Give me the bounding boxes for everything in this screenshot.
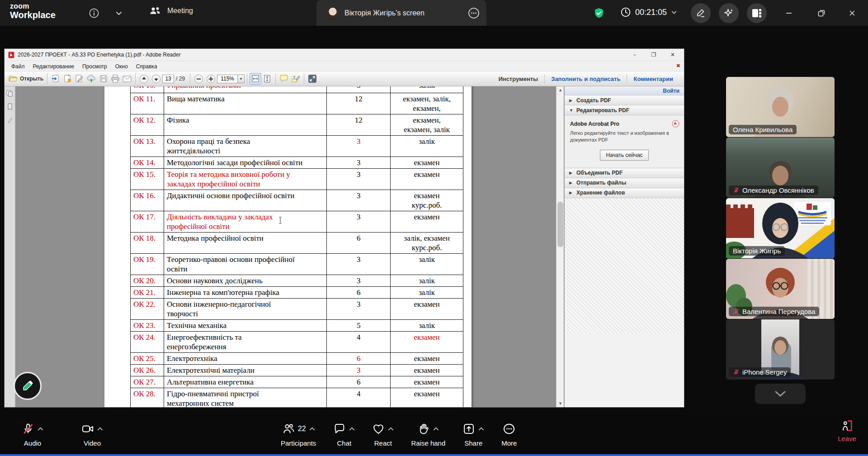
- chevron-up-icon[interactable]: [309, 427, 315, 431]
- video-tile[interactable]: Вікторія Жигірь: [726, 198, 835, 258]
- chevron-up-icon[interactable]: [433, 427, 439, 431]
- fit-page-icon[interactable]: [261, 73, 273, 85]
- email-icon[interactable]: [121, 73, 133, 85]
- more-options-icon[interactable]: [467, 7, 480, 19]
- leave-icon: [840, 419, 854, 432]
- section-combine-pdf[interactable]: ▶ Объединить PDF: [565, 168, 684, 178]
- raise-hand-button[interactable]: Raise hand: [408, 419, 448, 447]
- send-cloud-icon[interactable]: [85, 73, 98, 85]
- annotation-pencil-button[interactable]: [14, 372, 42, 400]
- leave-button[interactable]: Leave: [838, 419, 856, 442]
- table-cell-credits: 3: [327, 157, 391, 169]
- video-tile[interactable]: Олена Кривильова: [726, 77, 835, 137]
- participant-name-tag: iPhone Sergey: [729, 367, 791, 377]
- pdf-title-bar[interactable]: 2026-2027 ПРОЕКТ - А5.33 РО Enerhetyka (…: [5, 49, 684, 61]
- toolbar-pane-toggle[interactable]: Инструменты: [492, 76, 544, 82]
- chevron-down-icon[interactable]: [671, 9, 677, 15]
- adobe-reader-window: 2026-2027 ПРОЕКТ - А5.33 РО Enerhetyka (…: [5, 49, 684, 407]
- annotate-pencil-icon[interactable]: [691, 3, 711, 23]
- share-button[interactable]: Share: [460, 419, 487, 447]
- table-cell-code: ОК 18.: [131, 233, 164, 254]
- start-now-button[interactable]: Начать сейчас: [600, 150, 648, 161]
- section-send-files[interactable]: ▶ Отправить файлы: [565, 178, 684, 188]
- table-cell-exam: екзаменкурс.роб.: [391, 190, 463, 211]
- window-minimize-icon[interactable]: [781, 5, 797, 21]
- zoom-dropdown-icon[interactable]: ▼: [238, 75, 245, 83]
- highlight-text-icon[interactable]: T: [290, 73, 302, 85]
- print-icon[interactable]: [109, 73, 121, 85]
- page-number-input[interactable]: [162, 75, 174, 83]
- toolbar-close-icon[interactable]: ✖: [676, 63, 680, 69]
- view-layout-icon[interactable]: [747, 3, 767, 23]
- chevron-down-icon[interactable]: [112, 6, 126, 20]
- video-tile[interactable]: Валентина Перегудова: [726, 259, 835, 319]
- bookmarks-icon[interactable]: [7, 103, 13, 110]
- meeting-info-icon[interactable]: [87, 6, 101, 20]
- chevron-up-icon[interactable]: [478, 427, 484, 431]
- menu-item[interactable]: Редактирование: [29, 62, 78, 71]
- pdf-menu-items: ФайлРедактированиеПросмотрОкноСправка: [7, 62, 161, 70]
- pdf-menu-bar: ФайлРедактированиеПросмотрОкноСправка ✖: [5, 61, 684, 71]
- video-tile[interactable]: Олександр Овсянніков: [726, 138, 835, 198]
- toolbar-pane-toggle[interactable]: Комментарии: [627, 76, 679, 82]
- create-pdf-icon[interactable]: [61, 73, 73, 85]
- toolbar-pane-toggle[interactable]: Заполнить и подписать: [545, 76, 627, 82]
- attachments-icon[interactable]: [7, 117, 13, 124]
- pdf-restore-icon[interactable]: ❐: [644, 49, 663, 61]
- participants-button[interactable]: 22Participants: [278, 419, 319, 447]
- zoom-in-icon[interactable]: [205, 73, 217, 85]
- more-button[interactable]: More: [499, 419, 519, 447]
- scroll-down-icon[interactable]: ▼: [557, 400, 564, 407]
- tab-meeting[interactable]: Meeting: [149, 5, 193, 16]
- scroll-up-icon[interactable]: ▲: [557, 86, 564, 94]
- table-row: ОК 26.Електротехнічні матеріали3екзамен: [131, 365, 463, 376]
- fit-width-icon[interactable]: [250, 73, 261, 85]
- menu-item[interactable]: Справка: [132, 62, 161, 71]
- participant-name: Валентина Перегудова: [742, 308, 815, 315]
- fullscreen-icon[interactable]: [307, 73, 318, 85]
- tab-shared-screen[interactable]: Вікторія Жигірь's screen: [316, 0, 486, 26]
- pdf-page-view[interactable]: ОК 10.Управління проектами3залікОК 11.Ви…: [16, 86, 556, 407]
- sign-in-link[interactable]: Войти: [663, 88, 679, 94]
- pdf-minimize-icon[interactable]: –: [625, 49, 644, 61]
- window-close-icon[interactable]: [844, 5, 860, 21]
- save-icon[interactable]: [98, 73, 109, 85]
- react-button[interactable]: React: [369, 419, 396, 447]
- section-edit-pdf[interactable]: ▼ Редактировать PDF: [565, 105, 684, 115]
- audio-button[interactable]: Audio: [19, 419, 46, 447]
- export-pdf-icon[interactable]: [50, 73, 61, 85]
- show-more-participants-button[interactable]: [755, 384, 806, 404]
- document-scrollbar[interactable]: ▲ ▼: [556, 86, 564, 407]
- next-page-icon[interactable]: [150, 73, 162, 85]
- security-shield-icon[interactable]: [593, 7, 605, 21]
- pdf-close-icon[interactable]: ✕: [663, 49, 682, 61]
- chat-button[interactable]: Chat: [330, 419, 358, 447]
- previous-page-icon[interactable]: [138, 73, 150, 85]
- panel-signin-bar: Войти: [565, 86, 684, 95]
- menu-item[interactable]: Окно: [111, 62, 132, 71]
- zoom-out-icon[interactable]: [193, 73, 205, 85]
- meeting-timer[interactable]: 00:21:05: [620, 7, 677, 18]
- open-button[interactable]: Открыть: [7, 73, 45, 85]
- menu-item[interactable]: Файл: [7, 62, 29, 71]
- video-tile[interactable]: iPhone Sergey: [726, 319, 835, 380]
- comment-icon[interactable]: [278, 73, 290, 85]
- scrollbar-thumb[interactable]: [557, 202, 563, 247]
- section-store-files[interactable]: ▶ Хранение файлов: [565, 188, 684, 198]
- sign-document-icon[interactable]: [73, 73, 85, 85]
- chevron-up-icon[interactable]: [97, 427, 103, 431]
- table-row: ОК 20.Основи наукових досліджень3залік: [131, 275, 463, 287]
- menu-item[interactable]: Просмотр: [78, 62, 111, 71]
- edit-pdf-section-content: Adobe Acrobat Pro Легко редактируйте тек…: [565, 115, 684, 168]
- video-button[interactable]: Video: [79, 419, 106, 447]
- table-row: ОК 15.Теорія та методика виховної роботи…: [131, 169, 463, 190]
- section-create-pdf[interactable]: ▶ Создать PDF: [565, 95, 684, 105]
- table-cell-name: Діяльність викладача у закладахпрофесійн…: [164, 211, 327, 233]
- page-thumbnails-icon[interactable]: [6, 90, 13, 97]
- zoom-level-input[interactable]: [217, 75, 238, 83]
- chevron-up-icon[interactable]: [388, 427, 394, 431]
- window-restore-icon[interactable]: [814, 5, 829, 21]
- ai-companion-sparkle-icon[interactable]: [719, 3, 739, 23]
- chevron-up-icon[interactable]: [38, 427, 43, 431]
- chevron-up-icon[interactable]: [349, 427, 355, 431]
